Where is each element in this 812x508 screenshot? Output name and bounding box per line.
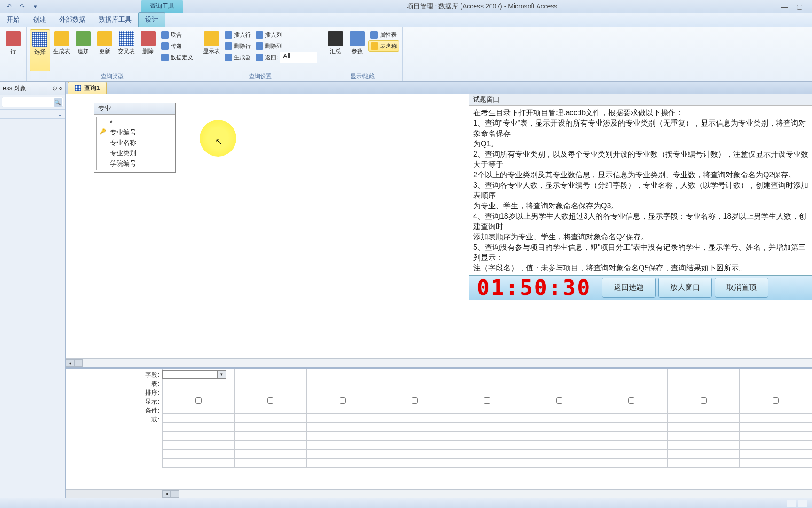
passthrough-button[interactable]: 传递	[159, 40, 195, 52]
insert-row-button[interactable]: 插入行	[223, 29, 253, 40]
cursor-icon: ↖	[215, 136, 222, 147]
field-star[interactable]: *	[97, 118, 173, 127]
grid-scroll-thumb[interactable]	[171, 490, 179, 498]
qat-dropdown-icon[interactable]: ▾	[30, 1, 40, 12]
tab-design[interactable]: 设计	[138, 12, 165, 27]
group-label-query-setup: 查询设置	[201, 71, 319, 81]
return-select: 返回:All	[254, 52, 319, 63]
exam-toolbar: 01:50:30 返回选题 放大窗口 取消置顶	[469, 275, 812, 300]
show-checkbox-3[interactable]	[340, 397, 346, 404]
append-button[interactable]: 追加	[73, 29, 94, 71]
exam-line-9: 添加表顺序为专业、学生，将查询对象命名Q4保存。	[473, 232, 808, 242]
select-query-button[interactable]: 选择	[30, 29, 50, 71]
nav-title: ess 对象	[3, 84, 26, 93]
ribbon-group-run: 行	[0, 27, 27, 81]
exam-line-4: 2、查询所有专业类别，以及每个专业类别开设的专业数（按专业编号计数），注意仅显示…	[473, 149, 808, 170]
delete-row-button[interactable]: 删除行	[223, 40, 253, 52]
property-sheet-button[interactable]: 属性表	[368, 29, 399, 40]
nav-dropdown-icon[interactable]: ⊙	[52, 85, 57, 92]
nav-section-toggle[interactable]: ⌄	[0, 109, 65, 119]
show-checkbox-1[interactable]	[195, 397, 202, 404]
delete-column-button[interactable]: 删除列	[254, 40, 319, 52]
table-names-button[interactable]: 表名称	[368, 40, 399, 52]
exam-panel-title: 试题窗口	[469, 94, 812, 106]
scroll-track[interactable]	[83, 359, 812, 367]
status-bar	[0, 498, 812, 508]
insert-column-button[interactable]: 插入列	[254, 29, 319, 40]
back-to-questions-button[interactable]: 返回选题	[602, 278, 656, 298]
show-checkbox-9[interactable]	[773, 397, 779, 404]
scroll-thumb[interactable]	[74, 359, 83, 367]
search-icon[interactable]: 🔍	[54, 98, 62, 107]
view-datasheet-icon[interactable]	[787, 500, 796, 507]
grid-scroll-left-icon[interactable]: ◂	[162, 490, 171, 498]
show-checkbox-4[interactable]	[412, 397, 418, 404]
grid-scroll-track[interactable]	[179, 490, 812, 498]
show-table-button[interactable]: 显示表	[201, 29, 222, 71]
exam-timer: 01:50:30	[469, 276, 599, 300]
label-criteria: 条件:	[66, 406, 159, 415]
enlarge-window-button[interactable]: 放大窗口	[658, 278, 712, 298]
grid-row-labels: 字段: 表: 排序: 显示: 条件: 或:	[66, 369, 162, 489]
exam-line-8: 4、查询18岁以上男学生人数超过3人的各专业信息，显示字段：专业名称，18岁以上…	[473, 211, 808, 232]
update-button[interactable]: 更新	[94, 29, 115, 71]
label-sort: 排序:	[66, 389, 159, 397]
make-table-button[interactable]: 生成表	[51, 29, 72, 71]
show-checkbox-8[interactable]	[701, 397, 707, 404]
show-checkbox-6[interactable]	[556, 397, 562, 404]
scroll-left-icon[interactable]: ◂	[66, 359, 74, 367]
tab-external-data[interactable]: 外部数据	[53, 13, 92, 27]
minimize-icon[interactable]: —	[781, 3, 788, 10]
ribbon-group-query-type: 选择 生成表 追加 更新 交叉表 删除 联合 传递 数据定义 查询类型	[27, 27, 198, 81]
delete-query-button[interactable]: 删除	[138, 29, 158, 71]
doc-tab-query1[interactable]: 查询1	[68, 82, 107, 94]
label-show: 显示:	[66, 397, 159, 406]
canvas-h-scrollbar[interactable]: ◂	[66, 358, 812, 367]
grid-columns[interactable]: ▾	[162, 369, 812, 489]
ribbon: 行 选择 生成表 追加 更新 交叉表 删除 联合 传递 数据定义 查询类型 显示…	[0, 27, 812, 82]
redo-icon[interactable]: ↷	[17, 1, 27, 12]
field-major-name[interactable]: 专业名称	[97, 138, 173, 148]
exam-line-5: 2个以上的专业类别及其专业数信息，显示信息为专业类别、专业数，将查询对象命名为Q…	[473, 170, 808, 180]
show-checkbox-5[interactable]	[484, 397, 490, 404]
crosstab-button[interactable]: 交叉表	[116, 29, 137, 71]
tab-start[interactable]: 开始	[0, 13, 26, 27]
nav-header[interactable]: ess 对象 ⊙ «	[0, 82, 65, 95]
ribbon-tabs: 开始 创建 外部数据 数据库工具 设计	[0, 13, 812, 27]
totals-button[interactable]: Σ汇总	[325, 29, 346, 71]
parameters-button[interactable]: 参数	[347, 29, 367, 71]
grid-h-scrollbar[interactable]: ◂	[66, 489, 812, 498]
window-title: 项目管理 : 数据库 (Access 2007) - Microsoft Acc…	[183, 2, 781, 11]
field-college-id[interactable]: 学院编号	[97, 159, 173, 169]
table-box-title[interactable]: 专业	[94, 103, 175, 115]
exam-line-11: 注（字段名），值：未参与项目，将查询对象命名Q5保存，查询结果如下图所示。	[473, 263, 808, 273]
title-bar: ↶ ↷ ▾ 查询工具 项目管理 : 数据库 (Access 2007) - Mi…	[0, 0, 812, 13]
cancel-top-button[interactable]: 取消置顶	[715, 278, 768, 298]
field-list: * 专业编号 专业名称 专业类别 学院编号	[96, 117, 173, 170]
document-tabs: 查询1	[66, 82, 812, 94]
nav-search-input[interactable]: 🔍	[2, 97, 63, 107]
undo-icon[interactable]: ↶	[4, 1, 14, 12]
row-criteria	[163, 405, 812, 414]
field-major-id[interactable]: 专业编号	[97, 127, 173, 138]
ribbon-group-show-hide: Σ汇总 参数 属性表 表名称 显示/隐藏	[322, 27, 403, 81]
builder-button[interactable]: 生成器	[223, 52, 253, 63]
exam-line-10: 5、查询没有参与项目的学生信息，即"项目分工"表中没有记录的学生，显示学号、姓名…	[473, 242, 808, 263]
return-dropdown[interactable]: All	[280, 52, 317, 63]
field-dropdown[interactable]: ▾	[162, 370, 226, 379]
nav-collapse-icon[interactable]: «	[59, 85, 62, 92]
maximize-icon[interactable]: ▢	[796, 3, 803, 10]
tab-db-tools[interactable]: 数据库工具	[92, 13, 138, 27]
query-icon	[75, 85, 81, 91]
view-design-icon[interactable]	[798, 500, 807, 507]
tab-create[interactable]: 创建	[26, 13, 53, 27]
show-checkbox-7[interactable]	[628, 397, 634, 404]
chevron-down-icon[interactable]: ▾	[217, 371, 226, 378]
data-definition-button[interactable]: 数据定义	[159, 52, 195, 63]
table-box-major[interactable]: 专业 * 专业编号 专业名称 专业类别 学院编号	[94, 103, 176, 173]
run-button[interactable]: 行	[3, 29, 23, 71]
show-checkbox-2[interactable]	[267, 397, 273, 404]
group-label-query-type: 查询类型	[30, 71, 195, 81]
union-button[interactable]: 联合	[159, 29, 195, 40]
field-major-category[interactable]: 专业类别	[97, 148, 173, 159]
